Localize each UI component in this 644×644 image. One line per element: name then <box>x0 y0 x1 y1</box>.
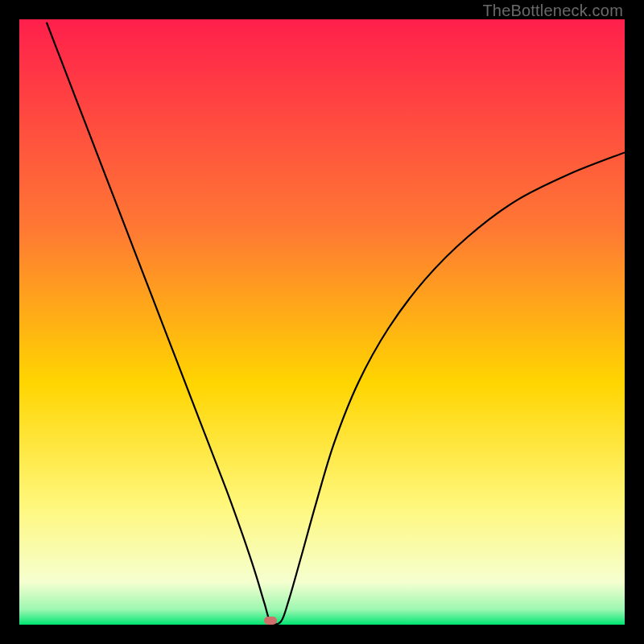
gradient-background <box>19 19 625 625</box>
bottleneck-chart <box>19 19 625 625</box>
watermark-text: TheBottleneck.com <box>482 2 623 20</box>
chart-frame <box>19 19 625 625</box>
optimal-point-marker <box>264 617 277 625</box>
